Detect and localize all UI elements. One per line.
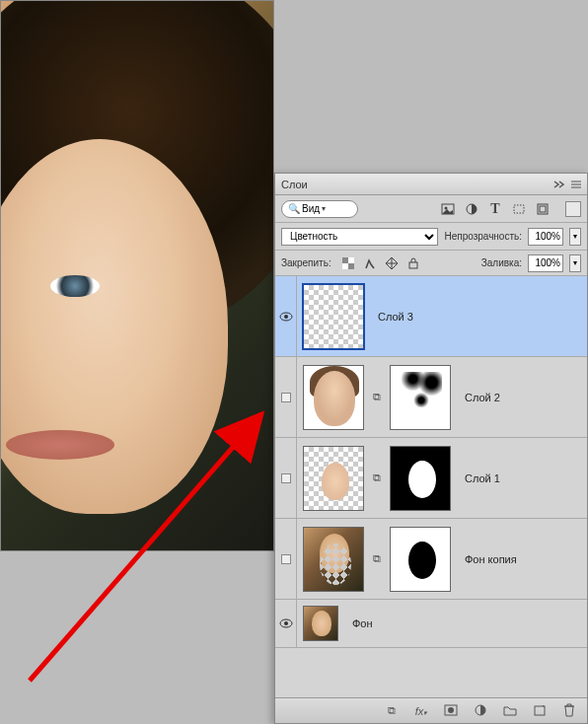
visibility-checkbox[interactable] [281,554,291,564]
svg-rect-7 [514,205,524,213]
layer-name[interactable]: Фон копия [465,553,517,565]
layer-thumbnail[interactable] [303,606,338,641]
lock-all-icon[interactable] [406,256,420,270]
opacity-dropdown[interactable]: ▾ [569,228,581,246]
layer-name[interactable]: Слой 1 [465,472,500,484]
mask-icon[interactable] [443,704,459,718]
layer-thumbnail[interactable] [303,527,364,592]
trash-icon[interactable] [561,703,577,719]
canvas-area: Слои 🔍 Вид ▾ T Цветность Непро [0,0,588,724]
filter-type-icon[interactable]: T [488,202,502,216]
svg-rect-12 [348,257,354,263]
panel-footer: ⧉ fx▾ [275,697,587,723]
layer-mask-thumbnail[interactable] [390,365,451,430]
layer-thumbnail[interactable] [303,284,364,349]
mask-link-icon[interactable]: ⧉ [370,552,384,565]
lock-label: Закрепить: [281,257,331,268]
lock-position-icon[interactable] [385,256,399,270]
svg-point-18 [284,621,288,625]
layer-mask-thumbnail[interactable] [390,446,451,511]
panel-menu-icon[interactable] [571,180,581,189]
layer-thumbnail[interactable] [303,365,364,430]
document-image[interactable] [0,0,274,551]
layer-row[interactable]: Фон [275,600,587,648]
lock-row: Закрепить: Заливка: 100% ▾ [275,251,587,276]
filter-toolbar: 🔍 Вид ▾ T [275,195,587,223]
dropdown-icon: ▾ [322,204,326,213]
layer-row[interactable]: ⧉ Фон копия [275,519,587,600]
visibility-icon[interactable] [279,312,293,322]
filter-adjust-icon[interactable] [465,202,478,216]
panel-header[interactable]: Слои [275,174,587,195]
filter-image-icon[interactable] [441,202,455,216]
opacity-value[interactable]: 100% [528,228,563,246]
svg-rect-11 [348,263,354,269]
lock-image-icon[interactable] [363,256,377,270]
svg-rect-9 [540,206,546,212]
layer-row[interactable]: ⧉ Слой 1 [275,438,587,519]
blend-mode-select[interactable]: Цветность [281,228,438,246]
fill-dropdown[interactable]: ▾ [569,254,581,272]
blend-row: Цветность Непрозрачность: 100% ▾ [275,223,587,251]
search-icon: 🔍 [288,203,300,214]
filter-label: Вид [302,203,320,214]
filter-smart-icon[interactable] [536,202,550,216]
svg-rect-13 [342,263,348,269]
layers-list[interactable]: Слой 3 ⧉ Слой 2 ⧉ [275,276,587,697]
mask-link-icon[interactable]: ⧉ [370,391,384,403]
layer-filter-combo[interactable]: 🔍 Вид ▾ [281,200,358,218]
group-icon[interactable] [502,704,518,718]
adjustment-icon[interactable] [473,703,488,719]
svg-point-20 [448,707,454,713]
panel-title: Слои [281,179,308,190]
layer-row[interactable]: Слой 3 [275,276,587,357]
svg-rect-10 [342,257,348,263]
layer-thumbnail[interactable] [303,446,364,511]
mask-link-icon[interactable]: ⧉ [370,471,384,484]
lock-transparent-icon[interactable] [341,256,355,270]
visibility-checkbox[interactable] [281,393,291,402]
svg-point-16 [284,315,288,319]
layer-name[interactable]: Слой 2 [465,392,500,403]
layer-name[interactable]: Слой 3 [378,311,413,323]
layer-name[interactable]: Фон [352,617,373,629]
visibility-checkbox[interactable] [281,473,291,483]
fx-icon[interactable]: fx▾ [413,705,429,717]
svg-rect-14 [409,262,417,268]
collapse-icon[interactable] [553,180,567,189]
link-layers-icon[interactable]: ⧉ [384,704,400,717]
opacity-label: Непрозрачность: [444,231,522,242]
layer-row[interactable]: ⧉ Слой 2 [275,357,587,438]
svg-rect-22 [535,706,545,715]
fill-value[interactable]: 100% [528,254,563,272]
layers-panel: Слои 🔍 Вид ▾ T Цветность Непро [274,173,588,724]
filter-shape-icon[interactable] [512,202,526,216]
panel-options-icon[interactable] [565,201,581,217]
fill-label: Заливка: [481,257,522,268]
visibility-icon[interactable] [279,618,293,628]
new-layer-icon[interactable] [532,704,548,718]
layer-mask-thumbnail[interactable] [390,527,451,592]
